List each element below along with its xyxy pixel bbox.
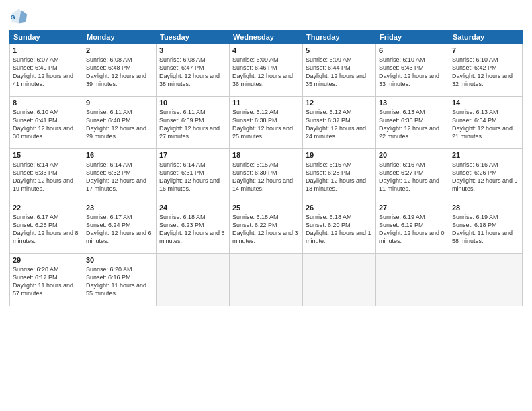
day-info: Sunrise: 6:15 AMSunset: 6:30 PMDaylight:…	[232, 161, 300, 193]
col-monday: Monday	[83, 30, 157, 44]
day-info: Sunrise: 6:15 AMSunset: 6:28 PMDaylight:…	[306, 161, 373, 193]
day-number: 7	[452, 46, 519, 54]
col-sunday: Sunday	[10, 30, 83, 44]
col-wednesday: Wednesday	[230, 30, 303, 44]
day-info: Sunrise: 6:20 AMSunset: 6:17 PMDaylight:…	[13, 265, 80, 298]
day-number: 12	[306, 99, 373, 107]
day-number: 18	[232, 151, 300, 159]
day-info: Sunrise: 6:08 AMSunset: 6:48 PMDaylight:…	[86, 56, 153, 89]
day-info: Sunrise: 6:18 AMSunset: 6:23 PMDaylight:…	[159, 213, 226, 246]
day-info: Sunrise: 6:13 AMSunset: 6:34 PMDaylight:…	[452, 108, 519, 141]
table-row: 30Sunrise: 6:20 AMSunset: 6:16 PMDayligh…	[83, 254, 157, 306]
col-saturday: Saturday	[449, 30, 523, 44]
table-row: 4Sunrise: 6:09 AMSunset: 6:46 PMDaylight…	[230, 44, 303, 97]
table-row	[157, 254, 230, 306]
day-number: 30	[86, 256, 153, 264]
col-friday: Friday	[376, 30, 449, 44]
table-row: 16Sunrise: 6:14 AMSunset: 6:32 PMDayligh…	[83, 149, 157, 201]
calendar-row: 29Sunrise: 6:20 AMSunset: 6:17 PMDayligh…	[10, 254, 523, 306]
day-number: 3	[159, 46, 226, 54]
table-row: 24Sunrise: 6:18 AMSunset: 6:23 PMDayligh…	[157, 201, 230, 254]
day-info: Sunrise: 6:16 AMSunset: 6:27 PMDaylight:…	[379, 161, 446, 193]
day-number: 29	[13, 256, 80, 264]
table-row: 27Sunrise: 6:19 AMSunset: 6:19 PMDayligh…	[376, 201, 449, 254]
day-number: 27	[379, 203, 446, 212]
col-thursday: Thursday	[303, 30, 376, 44]
table-row: 9Sunrise: 6:11 AMSunset: 6:40 PMDaylight…	[83, 97, 157, 149]
calendar-row: 1Sunrise: 6:07 AMSunset: 6:49 PMDaylight…	[10, 44, 523, 97]
table-row: 29Sunrise: 6:20 AMSunset: 6:17 PMDayligh…	[10, 254, 83, 306]
table-row: 3Sunrise: 6:08 AMSunset: 6:47 PMDaylight…	[157, 44, 230, 97]
day-info: Sunrise: 6:14 AMSunset: 6:33 PMDaylight:…	[13, 161, 80, 193]
table-row: 6Sunrise: 6:10 AMSunset: 6:43 PMDaylight…	[376, 44, 449, 97]
day-number: 28	[452, 203, 519, 212]
day-number: 9	[86, 99, 153, 107]
table-row: 15Sunrise: 6:14 AMSunset: 6:33 PMDayligh…	[10, 149, 83, 201]
table-row: 19Sunrise: 6:15 AMSunset: 6:28 PMDayligh…	[303, 149, 376, 201]
day-number: 15	[13, 151, 80, 159]
table-row	[376, 254, 449, 306]
day-info: Sunrise: 6:09 AMSunset: 6:46 PMDaylight:…	[232, 56, 300, 89]
table-row: 13Sunrise: 6:13 AMSunset: 6:35 PMDayligh…	[376, 97, 449, 149]
day-number: 10	[159, 99, 226, 107]
calendar-row: 22Sunrise: 6:17 AMSunset: 6:25 PMDayligh…	[10, 201, 523, 254]
day-number: 20	[379, 151, 446, 159]
page: G Sunday Monday Tuesday Wednesday Thursd…	[0, 0, 532, 411]
day-info: Sunrise: 6:16 AMSunset: 6:26 PMDaylight:…	[452, 161, 519, 193]
day-number: 22	[13, 203, 80, 212]
svg-text:G: G	[11, 14, 15, 21]
day-info: Sunrise: 6:17 AMSunset: 6:25 PMDaylight:…	[13, 213, 80, 246]
table-row	[230, 254, 303, 306]
day-info: Sunrise: 6:19 AMSunset: 6:19 PMDaylight:…	[379, 213, 446, 246]
day-number: 11	[232, 99, 300, 107]
day-info: Sunrise: 6:17 AMSunset: 6:24 PMDaylight:…	[86, 213, 153, 246]
day-info: Sunrise: 6:14 AMSunset: 6:31 PMDaylight:…	[159, 161, 226, 193]
day-info: Sunrise: 6:09 AMSunset: 6:44 PMDaylight:…	[306, 56, 373, 89]
table-row: 17Sunrise: 6:14 AMSunset: 6:31 PMDayligh…	[157, 149, 230, 201]
table-row: 18Sunrise: 6:15 AMSunset: 6:30 PMDayligh…	[230, 149, 303, 201]
day-info: Sunrise: 6:13 AMSunset: 6:35 PMDaylight:…	[379, 108, 446, 141]
calendar-table: Sunday Monday Tuesday Wednesday Thursday…	[9, 30, 523, 306]
table-row: 14Sunrise: 6:13 AMSunset: 6:34 PMDayligh…	[449, 97, 523, 149]
day-info: Sunrise: 6:10 AMSunset: 6:41 PMDaylight:…	[13, 108, 80, 141]
table-row: 10Sunrise: 6:11 AMSunset: 6:39 PMDayligh…	[157, 97, 230, 149]
table-row: 28Sunrise: 6:19 AMSunset: 6:18 PMDayligh…	[449, 201, 523, 254]
col-tuesday: Tuesday	[157, 30, 230, 44]
day-info: Sunrise: 6:11 AMSunset: 6:39 PMDaylight:…	[159, 108, 226, 141]
day-info: Sunrise: 6:18 AMSunset: 6:20 PMDaylight:…	[306, 213, 373, 246]
day-info: Sunrise: 6:12 AMSunset: 6:37 PMDaylight:…	[306, 108, 373, 141]
table-row: 12Sunrise: 6:12 AMSunset: 6:37 PMDayligh…	[303, 97, 376, 149]
header-row: Sunday Monday Tuesday Wednesday Thursday…	[10, 30, 523, 44]
day-info: Sunrise: 6:12 AMSunset: 6:38 PMDaylight:…	[232, 108, 300, 141]
table-row: 5Sunrise: 6:09 AMSunset: 6:44 PMDaylight…	[303, 44, 376, 97]
day-number: 1	[13, 46, 80, 54]
table-row: 8Sunrise: 6:10 AMSunset: 6:41 PMDaylight…	[10, 97, 83, 149]
day-number: 5	[306, 46, 373, 54]
calendar-row: 8Sunrise: 6:10 AMSunset: 6:41 PMDaylight…	[10, 97, 523, 149]
day-info: Sunrise: 6:10 AMSunset: 6:42 PMDaylight:…	[452, 56, 519, 89]
table-row: 25Sunrise: 6:18 AMSunset: 6:22 PMDayligh…	[230, 201, 303, 254]
day-info: Sunrise: 6:18 AMSunset: 6:22 PMDaylight:…	[232, 213, 300, 246]
table-row: 26Sunrise: 6:18 AMSunset: 6:20 PMDayligh…	[303, 201, 376, 254]
day-number: 19	[306, 151, 373, 159]
day-number: 6	[379, 46, 446, 54]
day-info: Sunrise: 6:11 AMSunset: 6:40 PMDaylight:…	[86, 108, 153, 141]
table-row: 20Sunrise: 6:16 AMSunset: 6:27 PMDayligh…	[376, 149, 449, 201]
table-row: 21Sunrise: 6:16 AMSunset: 6:26 PMDayligh…	[449, 149, 523, 201]
header: G	[9, 7, 523, 26]
day-number: 4	[232, 46, 300, 54]
table-row: 11Sunrise: 6:12 AMSunset: 6:38 PMDayligh…	[230, 97, 303, 149]
table-row: 23Sunrise: 6:17 AMSunset: 6:24 PMDayligh…	[83, 201, 157, 254]
day-info: Sunrise: 6:19 AMSunset: 6:18 PMDaylight:…	[452, 213, 519, 246]
table-row	[449, 254, 523, 306]
table-row: 22Sunrise: 6:17 AMSunset: 6:25 PMDayligh…	[10, 201, 83, 254]
day-info: Sunrise: 6:07 AMSunset: 6:49 PMDaylight:…	[13, 56, 80, 89]
day-number: 24	[159, 203, 226, 212]
calendar-row: 15Sunrise: 6:14 AMSunset: 6:33 PMDayligh…	[10, 149, 523, 201]
day-number: 2	[86, 46, 153, 54]
day-number: 26	[306, 203, 373, 212]
day-number: 25	[232, 203, 300, 212]
day-number: 14	[452, 99, 519, 107]
day-info: Sunrise: 6:20 AMSunset: 6:16 PMDaylight:…	[86, 265, 153, 298]
day-number: 17	[159, 151, 226, 159]
